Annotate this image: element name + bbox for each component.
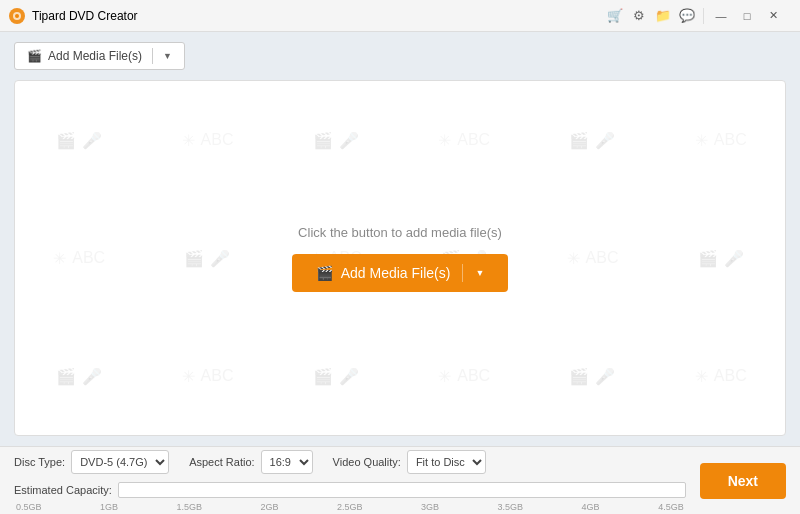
minimize-button[interactable]: — xyxy=(710,5,732,27)
wm-cell: 🎬🎤 xyxy=(528,81,656,199)
wm-cell: ✳ABC xyxy=(528,199,656,317)
wm-cell: 🎬🎤 xyxy=(15,81,143,199)
capacity-label: Estimated Capacity: xyxy=(14,484,112,496)
tick-8: 4.5GB xyxy=(658,502,684,512)
toolbar-icons: 🛒 ⚙ 📁 💬 — □ ✕ xyxy=(605,5,784,27)
add-media-center-icon: 🎬 xyxy=(316,265,333,281)
add-media-center-label: Add Media File(s) xyxy=(341,265,451,281)
capacity-bar xyxy=(118,482,686,498)
toolbar-separator xyxy=(703,8,704,24)
wm-cell: 🎬🎤 xyxy=(657,199,785,317)
center-dropdown-arrow-icon: ▼ xyxy=(475,268,484,278)
tick-3: 2GB xyxy=(261,502,279,512)
wm-cell: ✳ABC xyxy=(143,81,271,199)
tick-6: 3.5GB xyxy=(498,502,524,512)
video-quality-label: Video Quality: xyxy=(333,456,401,468)
chat-icon[interactable]: 💬 xyxy=(677,6,697,26)
dropdown-arrow-icon: ▼ xyxy=(163,51,172,61)
next-button[interactable]: Next xyxy=(700,463,786,499)
center-btn-separator xyxy=(462,264,463,282)
wm-cell: 🎬🎤 xyxy=(272,317,400,435)
capacity-top: Estimated Capacity: xyxy=(14,482,686,498)
add-media-top-button[interactable]: 🎬 Add Media File(s) ▼ xyxy=(14,42,185,70)
disc-type-label: Disc Type: xyxy=(14,456,65,468)
wm-cell: ✳ABC xyxy=(400,317,528,435)
tick-4: 2.5GB xyxy=(337,502,363,512)
maximize-button[interactable]: □ xyxy=(736,5,758,27)
svg-point-2 xyxy=(15,14,19,18)
wm-cell: ✳ABC xyxy=(143,317,271,435)
close-button[interactable]: ✕ xyxy=(762,5,784,27)
video-quality-field: Video Quality: Fit to Disc High Medium L… xyxy=(333,450,486,474)
title-bar: Tipard DVD Creator 🛒 ⚙ 📁 💬 — □ ✕ xyxy=(0,0,800,32)
bottom-inner: Disc Type: DVD-5 (4.7G) DVD-9 (8.5G) BD-… xyxy=(14,450,686,512)
cart-icon[interactable]: 🛒 xyxy=(605,6,625,26)
drop-center: Click the button to add media file(s) 🎬 … xyxy=(292,225,509,292)
tick-1: 1GB xyxy=(100,502,118,512)
aspect-ratio-label: Aspect Ratio: xyxy=(189,456,254,468)
app-logo-icon xyxy=(8,7,26,25)
tick-7: 4GB xyxy=(582,502,600,512)
add-media-top-label: Add Media File(s) xyxy=(48,49,142,63)
bottom-row1: Disc Type: DVD-5 (4.7G) DVD-9 (8.5G) BD-… xyxy=(14,450,686,474)
button-separator xyxy=(152,48,153,64)
aspect-ratio-field: Aspect Ratio: 16:9 4:3 xyxy=(189,450,312,474)
drop-hint-text: Click the button to add media file(s) xyxy=(298,225,502,240)
video-quality-select[interactable]: Fit to Disc High Medium Low xyxy=(407,450,486,474)
wm-cell: ✳ABC xyxy=(15,199,143,317)
capacity-ticks: 0.5GB 1GB 1.5GB 2GB 2.5GB 3GB 3.5GB 4GB … xyxy=(14,502,686,512)
disc-type-select[interactable]: DVD-5 (4.7G) DVD-9 (8.5G) BD-25 BD-50 xyxy=(71,450,169,474)
add-media-top-icon: 🎬 xyxy=(27,49,42,63)
aspect-ratio-select[interactable]: 16:9 4:3 xyxy=(261,450,313,474)
settings-icon[interactable]: ⚙ xyxy=(629,6,649,26)
wm-cell: ✳ABC xyxy=(657,81,785,199)
wm-cell: 🎬🎤 xyxy=(528,317,656,435)
main-area: 🎬 Add Media File(s) ▼ 🎬🎤 ✳ABC 🎬🎤 ✳ABC 🎬🎤… xyxy=(0,32,800,446)
drop-zone[interactable]: 🎬🎤 ✳ABC 🎬🎤 ✳ABC 🎬🎤 ✳ABC ✳ABC 🎬🎤 ✳ABC 🎬🎤 … xyxy=(14,80,786,436)
tick-2: 1.5GB xyxy=(177,502,203,512)
disc-type-field: Disc Type: DVD-5 (4.7G) DVD-9 (8.5G) BD-… xyxy=(14,450,169,474)
wm-cell: ✳ABC xyxy=(657,317,785,435)
add-media-row: 🎬 Add Media File(s) ▼ xyxy=(14,42,786,70)
folder-icon[interactable]: 📁 xyxy=(653,6,673,26)
add-media-center-button[interactable]: 🎬 Add Media File(s) ▼ xyxy=(292,254,509,292)
wm-cell: 🎬🎤 xyxy=(15,317,143,435)
tick-0: 0.5GB xyxy=(16,502,42,512)
wm-cell: 🎬🎤 xyxy=(143,199,271,317)
capacity-section: Estimated Capacity: 0.5GB 1GB 1.5GB 2GB … xyxy=(14,482,686,512)
title-left: Tipard DVD Creator xyxy=(8,7,138,25)
tick-5: 3GB xyxy=(421,502,439,512)
wm-cell: ✳ABC xyxy=(400,81,528,199)
app-title: Tipard DVD Creator xyxy=(32,9,138,23)
bottom-bar: Disc Type: DVD-5 (4.7G) DVD-9 (8.5G) BD-… xyxy=(0,446,800,514)
bottom-row2: Estimated Capacity: 0.5GB 1GB 1.5GB 2GB … xyxy=(14,482,686,512)
wm-cell: 🎬🎤 xyxy=(272,81,400,199)
